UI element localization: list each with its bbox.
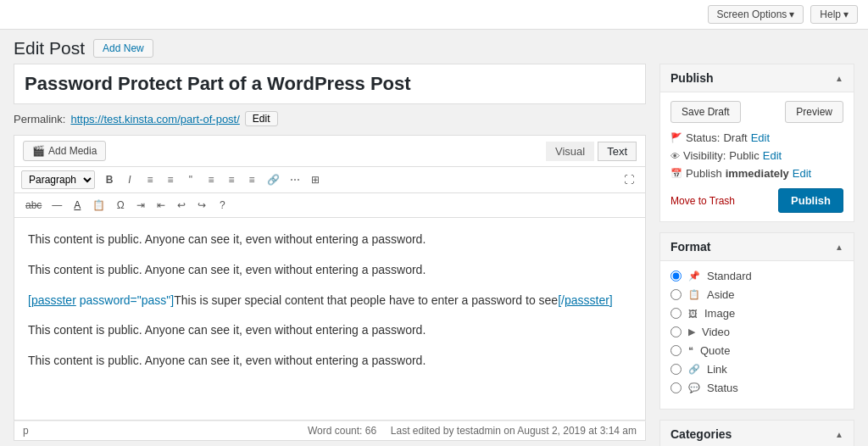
- format-label-video: Video: [702, 326, 730, 338]
- aside-icon: 📋: [688, 289, 700, 300]
- italic-button[interactable]: I: [120, 171, 139, 188]
- format-option-link: 🔗 Link: [670, 363, 843, 376]
- visibility-row: 👁 Visibility: Public Edit: [670, 149, 843, 162]
- chevron-up-icon: ▲: [835, 243, 843, 252]
- categories-panel-header[interactable]: Categories ▲: [660, 421, 854, 446]
- status-value: Draft: [723, 131, 747, 144]
- content-line-5: This content is public. Anyone can see i…: [28, 351, 632, 371]
- publish-panel: Publish ▲ Save Draft Preview 🚩 Status: D…: [659, 64, 854, 222]
- format-label-standard: Standard: [707, 270, 752, 282]
- format-option-status: 💬 Status: [670, 382, 843, 394]
- format-radio-link[interactable]: [670, 364, 682, 375]
- paragraph-select[interactable]: Paragraph: [21, 170, 95, 189]
- link-button[interactable]: 🔗: [263, 171, 284, 188]
- sidebar: Publish ▲ Save Draft Preview 🚩 Status: D…: [659, 64, 854, 446]
- image-icon: 🖼: [688, 309, 698, 319]
- page-title: Edit Post: [14, 38, 85, 59]
- status-edit-link[interactable]: Edit: [751, 131, 770, 144]
- align-right-button[interactable]: ≡: [242, 171, 261, 188]
- permalink-url[interactable]: https://test.kinsta.com/part-of-post/: [70, 113, 239, 125]
- fullscreen-button[interactable]: ⛶: [620, 171, 638, 188]
- page-header: Edit Post Add New: [0, 30, 868, 64]
- add-media-label: Add Media: [48, 145, 97, 157]
- publish-panel-header[interactable]: Publish ▲: [660, 64, 854, 92]
- footer-tag: p: [23, 425, 29, 437]
- categories-panel: Categories ▲: [659, 420, 854, 446]
- format-radio-video[interactable]: [670, 326, 682, 337]
- move-to-trash-link[interactable]: Move to Trash: [670, 195, 735, 207]
- format-option-standard: 📌 Standard: [670, 270, 843, 282]
- editor-content: This content is public. Anyone can see i…: [28, 230, 632, 371]
- add-new-button[interactable]: Add New: [93, 39, 153, 58]
- special-char-button[interactable]: Ω: [111, 197, 130, 214]
- toolbar-row-2: abc — A 📋 Ω ⇥ ⇤ ↩ ↪ ?: [14, 192, 646, 217]
- text-color-button[interactable]: A: [68, 197, 86, 214]
- editor-body[interactable]: This content is public. Anyone can see i…: [14, 217, 646, 421]
- format-label-quote: Quote: [700, 344, 730, 357]
- format-radio-aside[interactable]: [670, 289, 682, 300]
- format-panel-body: 📌 Standard 📋 Aside 🖼 Image ▶ Video: [660, 261, 854, 409]
- publish-button[interactable]: Publish: [778, 188, 843, 213]
- format-option-video: ▶ Video: [670, 326, 843, 338]
- publish-time-edit-link[interactable]: Edit: [793, 167, 811, 180]
- shortcode-open: [passster password="pass"]: [28, 293, 174, 307]
- visibility-edit-link[interactable]: Edit: [763, 149, 782, 162]
- chevron-up-icon: ▲: [835, 74, 843, 83]
- content-line-3: [passster password="pass"]This is super …: [28, 291, 632, 311]
- save-draft-button[interactable]: Save Draft: [670, 101, 741, 123]
- editor-footer: p Word count: 66 Last edited by testadmi…: [14, 421, 646, 441]
- status-row: 🚩 Status: Draft Edit: [670, 131, 843, 144]
- add-media-button[interactable]: 🎬 Add Media: [23, 141, 106, 161]
- outdent-button[interactable]: ⇤: [152, 197, 170, 214]
- publish-time-value: immediately: [726, 167, 789, 180]
- paste-as-text-button[interactable]: 📋: [88, 197, 109, 214]
- publish-panel-body: Save Draft Preview 🚩 Status: Draft Edit …: [660, 92, 854, 221]
- publish-buttons: Save Draft Preview: [670, 101, 843, 123]
- chevron-up-icon: ▲: [835, 430, 843, 439]
- ordered-list-button[interactable]: ≡: [161, 171, 180, 188]
- format-radio-status[interactable]: [670, 382, 682, 393]
- unordered-list-button[interactable]: ≡: [141, 171, 159, 188]
- help-editor-button[interactable]: ?: [213, 197, 231, 214]
- permalink-edit-button[interactable]: Edit: [245, 111, 278, 126]
- tab-visual[interactable]: Visual: [546, 142, 594, 161]
- link-format-icon: 🔗: [688, 364, 700, 375]
- publish-footer: Move to Trash Publish: [670, 188, 843, 213]
- quote-icon: ❝: [688, 345, 693, 356]
- align-left-button[interactable]: ≡: [202, 171, 220, 188]
- word-count: Word count: 66: [308, 425, 376, 437]
- strikethrough-button[interactable]: abc: [21, 197, 46, 214]
- hr-button[interactable]: —: [47, 197, 66, 214]
- align-center-button[interactable]: ≡: [222, 171, 241, 188]
- camera-icon: 🎬: [32, 145, 45, 157]
- format-panel-header[interactable]: Format ▲: [660, 233, 854, 261]
- redo-button[interactable]: ↪: [192, 197, 211, 214]
- permalink-label: Permalink:: [14, 113, 65, 125]
- publish-time-row: 📅 Publish immediately Edit: [670, 167, 843, 180]
- format-label-link: Link: [707, 363, 727, 376]
- footer-right: Word count: 66 Last edited by testadmin …: [308, 425, 637, 437]
- categories-panel-title: Categories: [670, 427, 732, 441]
- help-button[interactable]: Help ▾: [810, 5, 858, 24]
- screen-options-button[interactable]: Screen Options ▾: [708, 5, 804, 24]
- undo-button[interactable]: ↩: [172, 197, 191, 214]
- preview-button[interactable]: Preview: [785, 101, 843, 123]
- toolbar-toggle-button[interactable]: ⊞: [306, 171, 325, 188]
- format-label-aside: Aside: [707, 288, 735, 301]
- tab-text[interactable]: Text: [598, 142, 637, 161]
- format-radio-image[interactable]: [670, 308, 682, 319]
- flag-icon: 🚩: [670, 132, 682, 143]
- format-radio-quote[interactable]: [670, 345, 682, 356]
- format-label-status: Status: [707, 382, 738, 394]
- post-title-input[interactable]: [14, 64, 646, 104]
- format-option-quote: ❝ Quote: [670, 344, 843, 357]
- read-more-button[interactable]: ⋯: [286, 171, 304, 188]
- format-radio-standard[interactable]: [670, 270, 682, 282]
- blockquote-button[interactable]: ": [181, 171, 200, 188]
- chevron-down-icon: ▾: [843, 8, 849, 20]
- content-line-1: This content is public. Anyone can see i…: [28, 230, 632, 250]
- main-layout: Permalink: https://test.kinsta.com/part-…: [0, 64, 868, 446]
- bold-button[interactable]: B: [100, 171, 119, 188]
- format-panel: Format ▲ 📌 Standard 📋 Aside 🖼 Image: [659, 232, 854, 410]
- indent-button[interactable]: ⇥: [131, 197, 150, 214]
